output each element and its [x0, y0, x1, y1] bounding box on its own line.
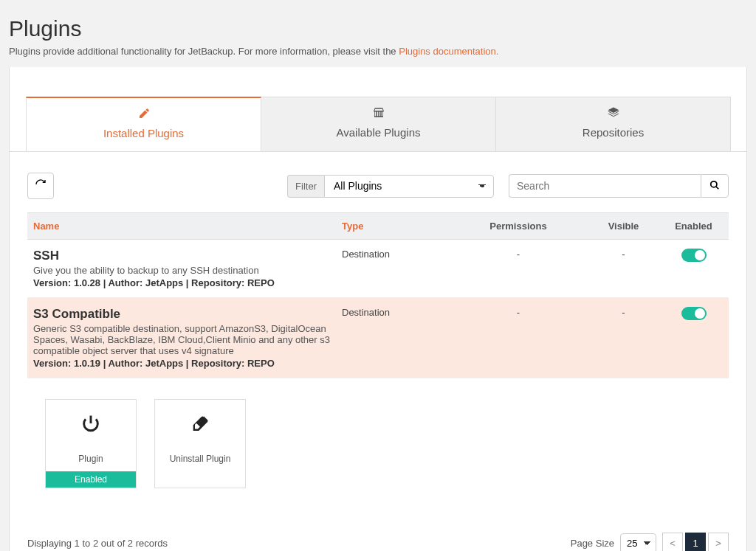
controls-row: Filter All Plugins: [27, 173, 729, 199]
layers-icon: [496, 106, 730, 123]
plugin-permissions: -: [448, 298, 588, 378]
refresh-button[interactable]: [27, 173, 54, 199]
svg-point-0: [711, 181, 717, 187]
docs-link[interactable]: Plugins documentation.: [399, 46, 498, 57]
display-count-text: Displaying 1 to 2 out of 2 records: [27, 538, 168, 549]
enabled-toggle[interactable]: [681, 307, 707, 320]
search-group: [509, 174, 729, 198]
plugin-meta: Version: 1.0.19 | Author: JetApps | Repo…: [33, 358, 330, 369]
tab-repositories[interactable]: Repositories: [495, 97, 731, 151]
plugin-visible: -: [588, 240, 659, 298]
plugin-meta: Version: 1.0.28 | Author: JetApps | Repo…: [33, 277, 330, 288]
search-button[interactable]: [701, 174, 729, 198]
plugin-permissions: -: [448, 240, 588, 298]
table-row[interactable]: S3 Compatible Generic S3 compatible dest…: [27, 298, 729, 378]
plugin-card-status: Enabled: [46, 471, 136, 488]
search-icon: [709, 180, 720, 193]
action-row: Plugin Enabled Uninstall Plugin: [27, 378, 729, 498]
eraser-icon: [190, 413, 210, 439]
plugin-type: Destination: [336, 240, 448, 298]
col-type[interactable]: Type: [336, 213, 448, 240]
col-name[interactable]: Name: [27, 213, 336, 240]
filter-group: Filter All Plugins: [287, 175, 494, 198]
uninstall-label: Uninstall Plugin: [170, 454, 231, 468]
pager: < 1 >: [662, 533, 729, 551]
plugin-desc: Generic S3 compatible destination, suppo…: [33, 323, 330, 356]
tab-label: Available Plugins: [337, 126, 421, 139]
box-icon: [261, 106, 495, 123]
page-subtitle: Plugins provide additional functionality…: [9, 46, 747, 57]
power-icon: [80, 413, 101, 439]
search-input[interactable]: [509, 174, 701, 198]
plugin-toggle-card[interactable]: Plugin Enabled: [45, 399, 137, 488]
tab-installed-plugins[interactable]: Installed Plugins: [26, 97, 261, 151]
tab-label: Repositories: [583, 126, 644, 139]
plugin-type: Destination: [336, 298, 448, 378]
tab-label: Installed Plugins: [103, 127, 184, 139]
enabled-toggle[interactable]: [681, 249, 707, 262]
subtitle-text: Plugins provide additional functionality…: [9, 46, 399, 57]
prev-page-button[interactable]: <: [662, 533, 683, 551]
tab-available-plugins[interactable]: Available Plugins: [261, 97, 496, 151]
table-row[interactable]: SSH Give you the ability to backup to an…: [27, 240, 729, 298]
svg-line-1: [716, 186, 719, 189]
page-size-select[interactable]: 25: [620, 533, 656, 552]
plugin-card-label: Plugin: [78, 454, 103, 468]
col-permissions[interactable]: Permissions: [448, 213, 588, 240]
filter-select[interactable]: All Plugins: [324, 175, 494, 198]
main-card: Installed Plugins Available Plugins Repo…: [9, 67, 747, 551]
col-enabled[interactable]: Enabled: [659, 213, 729, 240]
filter-label: Filter: [287, 175, 324, 198]
page-title: Plugins: [9, 16, 747, 41]
plugin-desc: Give you the ability to backup to any SS…: [33, 265, 330, 276]
edit-icon: [27, 107, 261, 124]
plugin-name: S3 Compatible: [33, 307, 330, 322]
plugin-visible: -: [588, 298, 659, 378]
next-page-button[interactable]: >: [708, 533, 729, 551]
plugin-name: SSH: [33, 249, 330, 263]
refresh-icon: [35, 179, 47, 193]
tabs: Installed Plugins Available Plugins Repo…: [10, 67, 746, 152]
page-size-label: Page Size: [571, 538, 614, 549]
plugins-table: Name Type Permissions Visible Enabled SS…: [27, 212, 729, 497]
page-1-button[interactable]: 1: [685, 533, 706, 551]
uninstall-card[interactable]: Uninstall Plugin: [154, 399, 246, 488]
col-visible[interactable]: Visible: [588, 213, 659, 240]
